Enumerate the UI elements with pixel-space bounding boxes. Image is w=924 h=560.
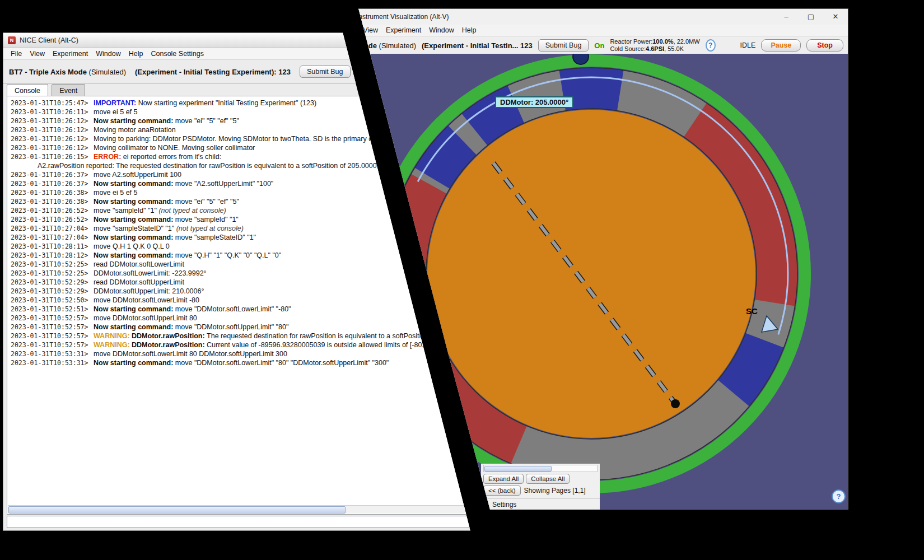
console-horizontal-scrollbar[interactable]: [8, 505, 557, 514]
ddmotor-position-tooltip: DDMotor: 205.0000°: [495, 96, 573, 108]
menu-experiment[interactable]: Experiment: [49, 49, 92, 59]
menu-file[interactable]: File: [7, 49, 26, 59]
console-timestamp: 2023-01-31T10:28:11>: [11, 242, 94, 251]
console-timestamp: 2023-01-31T10:25:47>: [11, 99, 94, 108]
viz-menu-bar: FileViewExperimentWindowHelp: [337, 25, 848, 36]
device-tree-bottom-panel: Expand All Collapse All << (back) Showin…: [481, 464, 600, 510]
tab-event[interactable]: Event: [52, 84, 85, 96]
console-timestamp: 2023-01-31T10:27:04>: [11, 233, 94, 242]
window-controls: – ▢ ✕: [774, 9, 848, 25]
menu-view[interactable]: View: [359, 25, 382, 35]
expander-arrow-icon: [484, 502, 488, 507]
top-position-marker: [573, 54, 589, 64]
minimize-button[interactable]: –: [774, 9, 799, 25]
menu-console-settings[interactable]: Console Settings: [147, 49, 208, 59]
reactor-on-status: On: [594, 41, 604, 50]
console-timestamp: 2023-01-31T10:26:52>: [11, 215, 94, 224]
console-timestamp: 2023-01-31T10:26:37>: [11, 170, 94, 179]
maximize-button[interactable]: ▢: [799, 9, 823, 25]
console-timestamp: 2023-01-31T10:52:57>: [11, 332, 94, 340]
viz-window-title: Instrument Visualization (Alt-V): [357, 13, 449, 21]
beam-end-dot: [671, 399, 680, 408]
reactor-info: Reactor Power:100.0%, 22.0MW Cold Source…: [610, 38, 699, 53]
console-timestamp: 2023-01-31T10:53:31>: [11, 349, 94, 358]
collapse-all-button[interactable]: Collapse All: [526, 474, 570, 484]
console-timestamp: 2023-01-31T10:28:12>: [11, 251, 94, 260]
settings-expander[interactable]: Settings: [481, 498, 600, 511]
simulated-label: (Simulated): [379, 41, 416, 50]
settings-label: Settings: [492, 501, 516, 508]
console-timestamp: 2023-01-31T10:26:11>: [11, 108, 94, 116]
paging-status: Showing Pages [1,1]: [524, 487, 586, 494]
queue-status-label: IDLE: [740, 41, 756, 49]
console-timestamp: 2023-01-31T10:53:31>: [11, 358, 94, 367]
canvas-help-button[interactable]: ?: [832, 489, 846, 503]
tree-horizontal-scrollbar[interactable]: [483, 465, 598, 472]
experiment-label: (Experiment - Initial Testin... 123: [422, 41, 533, 50]
desktop: N NICE Client (Alt-C) FileViewExperiment…: [0, 0, 924, 560]
menu-window[interactable]: Window: [92, 49, 124, 59]
stop-button[interactable]: Stop: [806, 39, 843, 52]
experiment-label: (Experiment - Initial Testing Experiment…: [135, 68, 291, 76]
submit-bug-button[interactable]: Submit Bug: [538, 39, 589, 52]
console-timestamp: 2023-01-31T10:26:12>: [11, 143, 94, 152]
console-timestamp: 2023-01-31T10:52:25>: [11, 260, 94, 269]
instrument-mode-label: BT7 - Triple Axis Mode (Simulated): [9, 68, 126, 76]
console-timestamp: 2023-01-31T10:26:37>: [11, 179, 94, 188]
tab-console[interactable]: Console: [7, 84, 48, 96]
cold-source-line: Cold Source:4.6PSI, 55.0K: [610, 45, 683, 52]
console-timestamp: 2023-01-31T10:27:04>: [11, 224, 94, 233]
console-timestamp: 2023-01-31T10:26:12>: [11, 125, 94, 134]
console-timestamp: 2023-01-31T10:52:57>: [11, 340, 94, 349]
close-button[interactable]: ✕: [823, 9, 848, 25]
console-timestamp: 2023-01-31T10:26:38>: [11, 197, 94, 206]
menu-help[interactable]: Help: [125, 49, 147, 59]
scrollbar-thumb[interactable]: [484, 466, 552, 472]
help-icon[interactable]: ?: [706, 39, 716, 52]
console-timestamp: 2023-01-31T10:52:57>: [11, 314, 94, 323]
menu-window[interactable]: Window: [425, 25, 458, 35]
viz-title-bar[interactable]: Instrument Visualization (Alt-V) – ▢ ✕: [337, 9, 848, 25]
viz-toolbar: BT7 - Triple Axis Mode (Simulated) (Expe…: [337, 36, 848, 55]
console-timestamp: 2023-01-31T10:26:12>: [11, 134, 94, 143]
sc-label: SC: [746, 306, 758, 316]
console-timestamp: 2023-01-31T10:52:50>: [11, 296, 94, 305]
console-timestamp: 2023-01-31T10:26:38>: [11, 188, 94, 197]
console-timestamp: 2023-01-31T10:26:15>: [11, 152, 94, 161]
console-timestamp: 2023-01-31T10:52:51>: [11, 305, 94, 314]
menu-help[interactable]: Help: [458, 25, 480, 35]
console-timestamp: 2023-01-31T10:52:25>: [11, 269, 94, 278]
submit-bug-button[interactable]: Submit Bug: [300, 66, 351, 78]
nice-app-icon: N: [8, 36, 16, 44]
simulated-label: (Simulated): [89, 68, 126, 76]
console-command-input[interactable]: [7, 516, 558, 528]
menu-experiment[interactable]: Experiment: [382, 25, 425, 35]
sample-table-disc: [427, 110, 755, 438]
back-page-button[interactable]: << (back): [483, 486, 521, 496]
expand-all-button[interactable]: Expand All: [483, 474, 524, 484]
console-timestamp: 2023-01-31T10:52:57>: [11, 323, 94, 332]
pause-button[interactable]: Pause: [761, 39, 801, 52]
scrollbar-thumb[interactable]: [8, 506, 346, 514]
menu-view[interactable]: View: [26, 49, 49, 59]
console-timestamp: 2023-01-31T10:26:12>: [11, 116, 94, 125]
nice-window-title: NICE Client (Alt-C): [20, 36, 78, 44]
console-timestamp: 2023-01-31T10:26:52>: [11, 206, 94, 215]
console-timestamp: 2023-01-31T10:52:29>: [11, 287, 94, 296]
reactor-power-line: Reactor Power:100.0%, 22.0MW: [610, 38, 699, 45]
console-timestamp: 2023-01-31T10:52:29>: [11, 278, 94, 287]
